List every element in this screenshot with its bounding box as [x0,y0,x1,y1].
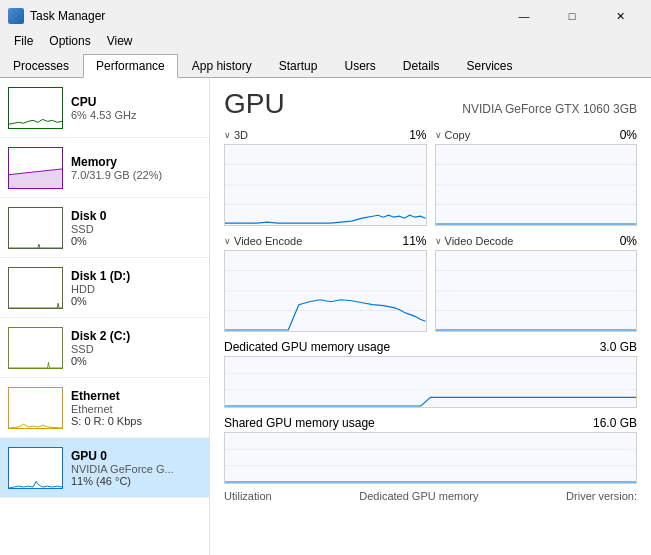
chart-copy-label: Copy [445,129,471,141]
disk1-mini-graph [8,267,63,309]
chart-vdecode-box [435,250,638,332]
charts-grid: ∨ 3D 1% [224,128,637,484]
gpu-model: NVIDIA GeForce GTX 1060 3GB [462,102,637,116]
menu-options[interactable]: Options [43,32,96,50]
minimize-button[interactable]: — [501,6,547,26]
cpu-sub: 6% 4.53 GHz [71,109,201,121]
gpu-info: GPU 0 NVIDIA GeForce G... 11% (46 °C) [71,449,201,487]
menu-bar: File Options View [0,30,651,52]
memory-mini-graph [8,147,63,189]
title-bar: Task Manager — □ ✕ [0,0,651,30]
tab-performance[interactable]: Performance [83,54,178,78]
chevron-vencode: ∨ [224,236,231,246]
disk2-usage: 0% [71,355,201,367]
app-icon [8,8,24,24]
chart-shared-mem: Shared GPU memory usage 16.0 GB [224,416,637,484]
sidebar-item-gpu[interactable]: GPU 0 NVIDIA GeForce G... 11% (46 °C) [0,438,209,498]
chevron-vdecode: ∨ [435,236,442,246]
tab-services[interactable]: Services [454,53,526,77]
sidebar: CPU 6% 4.53 GHz Memory 7.0/31.9 GB (22%) [0,78,210,555]
disk0-info: Disk 0 SSD 0% [71,209,201,247]
gpu-label: GPU 0 [71,449,201,463]
shared-mem-label: Shared GPU memory usage [224,416,375,430]
title-bar-controls: — □ ✕ [501,6,643,26]
disk2-label: Disk 2 (C:) [71,329,201,343]
sidebar-item-disk0[interactable]: Disk 0 SSD 0% [0,198,209,258]
dedicated-mem-label: Dedicated GPU memory usage [224,340,390,354]
chart-3d-percent: 1% [409,128,426,142]
sidebar-item-cpu[interactable]: CPU 6% 4.53 GHz [0,78,209,138]
chevron-3d: ∨ [224,130,231,140]
chart-dedicated-mem: Dedicated GPU memory usage 3.0 GB [224,340,637,408]
disk0-usage: 0% [71,235,201,247]
disk2-sub: SSD [71,343,201,355]
gpu-sub: NVIDIA GeForce G... [71,463,201,475]
ethernet-sub: Ethernet [71,403,201,415]
tab-bar: Processes Performance App history Startu… [0,52,651,78]
memory-label: Memory [71,155,201,169]
disk0-mini-graph [8,207,63,249]
cpu-info: CPU 6% 4.53 GHz [71,95,201,121]
ethernet-label: Ethernet [71,389,201,403]
disk2-info: Disk 2 (C:) SSD 0% [71,329,201,367]
dedicated-mem-value: 3.0 GB [600,340,637,354]
disk0-sub: SSD [71,223,201,235]
memory-info: Memory 7.0/31.9 GB (22%) [71,155,201,181]
footer-row: Utilization Dedicated GPU memory Driver … [224,490,637,506]
tab-details[interactable]: Details [390,53,453,77]
shared-mem-value: 16.0 GB [593,416,637,430]
chart-vencode: ∨ Video Encode 11% [224,234,427,332]
tab-startup[interactable]: Startup [266,53,331,77]
gpu-header: GPU NVIDIA GeForce GTX 1060 3GB [224,88,637,120]
main-content: CPU 6% 4.53 GHz Memory 7.0/31.9 GB (22%) [0,78,651,555]
sidebar-item-memory[interactable]: Memory 7.0/31.9 GB (22%) [0,138,209,198]
tab-app-history[interactable]: App history [179,53,265,77]
gpu-usage: 11% (46 °C) [71,475,201,487]
menu-file[interactable]: File [8,32,39,50]
app-title: Task Manager [30,9,105,23]
chart-3d-label: 3D [234,129,248,141]
memory-sub: 7.0/31.9 GB (22%) [71,169,201,181]
sidebar-item-ethernet[interactable]: Ethernet Ethernet S: 0 R: 0 Kbps [0,378,209,438]
disk1-label: Disk 1 (D:) [71,269,201,283]
chart-copy-percent: 0% [620,128,637,142]
disk1-usage: 0% [71,295,201,307]
ethernet-mini-graph [8,387,63,429]
chart-vdecode: ∨ Video Decode 0% [435,234,638,332]
chart-vencode-box [224,250,427,332]
cpu-mini-graph [8,87,63,129]
right-panel: GPU NVIDIA GeForce GTX 1060 3GB ∨ 3D 1% [210,78,651,555]
chart-3d: ∨ 3D 1% [224,128,427,226]
menu-view[interactable]: View [101,32,139,50]
chart-shared-mem-box [224,432,637,484]
disk1-info: Disk 1 (D:) HDD 0% [71,269,201,307]
disk2-mini-graph [8,327,63,369]
ethernet-usage: S: 0 R: 0 Kbps [71,415,201,427]
close-button[interactable]: ✕ [597,6,643,26]
chart-vdecode-label: Video Decode [445,235,514,247]
chart-3d-box [224,144,427,226]
disk0-label: Disk 0 [71,209,201,223]
footer-dedicated-mem: Dedicated GPU memory [359,490,478,502]
chart-dedicated-mem-box [224,356,637,408]
footer-utilization: Utilization [224,490,272,502]
chevron-copy: ∨ [435,130,442,140]
chart-vdecode-percent: 0% [620,234,637,248]
tab-users[interactable]: Users [331,53,388,77]
chart-vencode-percent: 11% [402,234,426,248]
chart-vencode-label: Video Encode [234,235,302,247]
footer-driver-version: Driver version: [566,490,637,502]
gpu-mini-graph [8,447,63,489]
disk1-sub: HDD [71,283,201,295]
sidebar-item-disk2[interactable]: Disk 2 (C:) SSD 0% [0,318,209,378]
cpu-label: CPU [71,95,201,109]
gpu-title: GPU [224,88,285,120]
chart-copy: ∨ Copy 0% [435,128,638,226]
tab-processes[interactable]: Processes [0,53,82,77]
sidebar-item-disk1[interactable]: Disk 1 (D:) HDD 0% [0,258,209,318]
ethernet-info: Ethernet Ethernet S: 0 R: 0 Kbps [71,389,201,427]
maximize-button[interactable]: □ [549,6,595,26]
chart-copy-box [435,144,638,226]
